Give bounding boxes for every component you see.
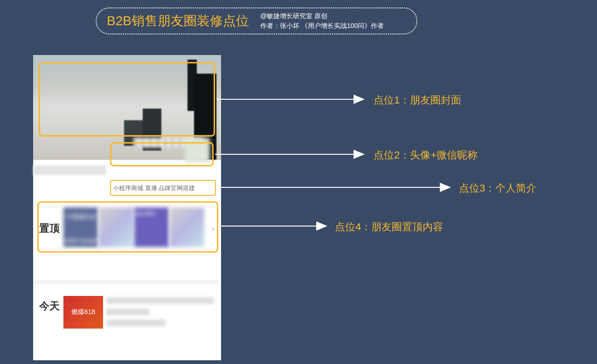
- pin-thumb-1: [63, 207, 98, 247]
- pinned-area: 置顶 他们都在 ›: [34, 203, 218, 252]
- chevron-right-icon: ›: [212, 224, 215, 234]
- slide-title: B2B销售朋友圈装修点位: [107, 12, 249, 30]
- today-area: 今天 燃爆618: [34, 280, 218, 354]
- slide-credit: @敏捷增长研究室 原创 作者：张小坏 《用户增长实战100问》作者: [260, 11, 384, 31]
- callout-1: 点位1：朋友圈封面: [374, 93, 461, 107]
- header-box: B2B销售朋友圈装修点位 @敏捷增长研究室 原创 作者：张小坏 《用户增长实战1…: [96, 7, 417, 34]
- pin-thumb-4: [170, 207, 204, 247]
- callout-2: 点位2：头像+微信昵称: [374, 148, 478, 162]
- pin-thumb-2: [99, 207, 133, 247]
- nickname-avatar-area: [110, 142, 214, 165]
- pin-thumbnails: 他们都在: [63, 207, 204, 247]
- bio-text: 小程序商城 直播 品牌官网搭建: [110, 181, 216, 195]
- grey-blur-bar: [33, 165, 106, 175]
- pin-thumb-3: 他们都在: [134, 207, 169, 247]
- callout-4: 点位4：朋友圈置顶内容: [335, 220, 443, 234]
- credit-line-1: @敏捷增长研究室 原创: [260, 11, 384, 21]
- callout-3: 点位3：个人简介: [459, 181, 536, 195]
- credit-line-2: 作者：张小坏 《用户增长实战100问》作者: [260, 21, 384, 31]
- today-label: 今天: [39, 299, 60, 313]
- today-thumb: 燃爆618: [63, 296, 103, 329]
- bio-text-value: 小程序商城 直播 品牌官网搭建: [113, 184, 195, 192]
- today-blur-lines: [106, 297, 214, 331]
- avatar: [185, 137, 210, 163]
- pin-label: 置顶: [39, 221, 60, 235]
